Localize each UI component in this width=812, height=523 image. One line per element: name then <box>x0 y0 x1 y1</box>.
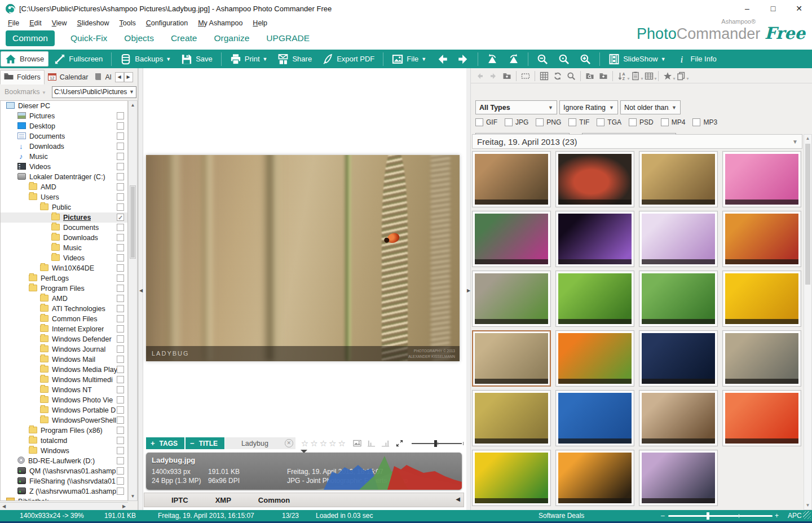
menu-item-view[interactable]: View <box>51 17 68 29</box>
right-splitter[interactable]: ▶ <box>466 68 471 510</box>
zoom-in-button[interactable] <box>575 51 595 67</box>
tree-item-ati-technologies[interactable]: ATI Technologies <box>1 304 127 314</box>
tree-item-users[interactable]: Users <box>1 192 127 202</box>
fullscreen-button[interactable]: Fullscreen <box>50 51 107 67</box>
thumbnail-yellow-birds[interactable] <box>472 390 551 446</box>
tree-checkbox[interactable] <box>117 173 124 180</box>
tree-checkbox[interactable] <box>117 203 124 211</box>
arrow-right-button[interactable] <box>453 51 474 67</box>
thumbnail-phlox-flowers[interactable] <box>722 151 801 207</box>
filetype-checkbox-png[interactable]: PNG <box>536 118 561 126</box>
rotate-right-button[interactable] <box>504 51 524 67</box>
pages-icon[interactable]: ▼ <box>675 70 687 82</box>
scroll-down-icon[interactable]: ▼ <box>129 492 137 500</box>
thumbnail-grass-ladybug[interactable] <box>472 330 551 387</box>
thumbnail-toggle-icon[interactable] <box>353 439 361 447</box>
tree-item-pictures[interactable]: Pictures <box>1 111 127 121</box>
tree-item-documents[interactable]: Documents <box>1 223 127 233</box>
tree-item-windowspowershell[interactable]: WindowsPowerShell <box>1 415 127 426</box>
file-type-dropdown[interactable]: All Types▼ <box>475 100 557 114</box>
scroll-left-icon[interactable]: ◀ <box>0 503 8 510</box>
tree-item-z-ashsrvwuma01-ashamp[interactable]: Z (\\ashsrvwuma01.ashamp <box>1 486 127 497</box>
tree-checkbox[interactable] <box>117 244 124 251</box>
tree-item-windows-nt[interactable]: Windows NT <box>1 385 127 395</box>
close-button[interactable]: ✕ <box>786 0 812 17</box>
tree-item-windows-media-play[interactable]: Windows Media Play <box>1 365 127 375</box>
print-button[interactable]: Print▼ <box>226 51 272 67</box>
resize-grip[interactable] <box>803 511 811 519</box>
thumbnail-sunset-grass[interactable] <box>555 450 634 506</box>
tree-item-windows-journal[interactable]: Windows Journal <box>1 344 127 354</box>
filetype-checkbox-jpg[interactable]: JPG <box>505 118 528 126</box>
menu-item-slideshow[interactable]: Slideshow <box>76 17 111 29</box>
thumbnail-hoverfly[interactable] <box>639 271 718 327</box>
tree-item-amd[interactable]: AMD <box>1 294 127 304</box>
filetype-checkbox-mp3[interactable]: MP3 <box>692 118 717 126</box>
tree-checkbox[interactable] <box>117 335 124 343</box>
tab-common[interactable]: Common <box>258 496 290 504</box>
thumbnail-orange-lily[interactable] <box>555 330 634 387</box>
tree-checkbox[interactable] <box>117 163 124 170</box>
collapse-metabar-icon[interactable]: ◀ <box>456 496 460 502</box>
tree-item-windows-defender[interactable]: Windows Defender <box>1 334 127 344</box>
tree-item-program-files-x86[interactable]: Program Files (x86) <box>1 426 127 436</box>
tree-checkbox[interactable]: ✓ <box>117 214 124 221</box>
tree-item-qm-ashsrvnas01-ashamp[interactable]: QM (\\ashsrvnas01.ashamp <box>1 466 127 476</box>
photo-preview[interactable]: LADYBUG PHOTOGRAPHY © 2013ALEXANDER KISS… <box>146 155 460 361</box>
tree-checkbox[interactable] <box>117 254 124 262</box>
tree-item-videos[interactable]: Videos <box>1 253 127 263</box>
tree-item-pictures[interactable]: Pictures✓ <box>1 212 127 223</box>
refresh-icon[interactable] <box>551 70 564 82</box>
tree-checkbox[interactable] <box>117 112 124 119</box>
tree-item-windows[interactable]: Windows <box>1 446 127 456</box>
tree-checkbox[interactable] <box>117 437 124 444</box>
tree-checkbox[interactable] <box>117 153 124 160</box>
thumbnail-lizard[interactable] <box>472 151 551 207</box>
tree-item-lokaler-datentr-ger-c[interactable]: Lokaler Datenträger (C:) <box>1 172 127 182</box>
ribbon-tab-upgrade[interactable]: UPGRADE <box>265 30 311 46</box>
thumbnail-sparrow[interactable] <box>639 151 718 207</box>
folder-add-icon[interactable] <box>597 70 610 82</box>
thumbnail-orange-rose[interactable] <box>722 390 801 446</box>
tree-checkbox[interactable] <box>117 305 124 312</box>
filetype-checkbox-tga[interactable]: TGA <box>597 118 621 126</box>
menu-item-tools[interactable]: Tools <box>118 17 137 29</box>
thumbnail-flying-dove[interactable] <box>555 390 634 446</box>
browse-button[interactable]: Browse <box>1 51 48 67</box>
tab-scroll-right-icon[interactable]: ▶ <box>124 72 133 82</box>
ribbon-tab-create[interactable]: Create <box>170 30 198 46</box>
menu-item-my-ashampoo[interactable]: My Ashampoo <box>197 17 244 29</box>
path-combobox[interactable]: C:\Users\Public\Pictures▼ <box>52 86 136 98</box>
tree-item-amd[interactable]: AMD <box>1 182 127 192</box>
rating-filter-dropdown[interactable]: Ignore Rating▼ <box>559 100 618 114</box>
tab-xmp[interactable]: XMP <box>215 496 231 504</box>
thumbnail-green-fly[interactable] <box>555 271 634 327</box>
slider-knob[interactable] <box>707 512 709 520</box>
tree-item-bibliothek[interactable]: Bibliothek <box>1 497 127 501</box>
scrollbar-thumb[interactable] <box>130 185 136 259</box>
tree-item-filesharing-ashsrvdata01[interactable]: FileSharing (\\ashsrvdata01 <box>1 476 127 486</box>
tree-item-videos[interactable]: Videos <box>1 162 127 172</box>
thumbnail-sunflower[interactable] <box>472 450 551 506</box>
save-button[interactable]: Save <box>176 51 217 67</box>
tree-checkbox[interactable] <box>117 274 124 282</box>
zoom-out-button[interactable] <box>532 51 553 67</box>
tree-checkbox[interactable] <box>117 325 124 333</box>
thumbnail-tree-mushrooms[interactable] <box>722 330 801 387</box>
tree-item-desktop[interactable]: Desktop <box>1 121 127 131</box>
bookmarks-dropdown[interactable]: Bookmarks ▼ <box>5 88 46 96</box>
tree-checkbox[interactable] <box>117 376 124 383</box>
tree-item-downloads[interactable]: Downloads <box>1 233 127 243</box>
date-group-header[interactable]: Freitag, 19. April 2013 (23) ▼ <box>472 134 802 149</box>
sort-az-icon[interactable]: AZ▼ <box>616 70 628 82</box>
slideshow-button[interactable]: SlideShow▼ <box>604 51 670 67</box>
tree-checkbox[interactable] <box>117 345 124 353</box>
menu-item-configuration[interactable]: Configuration <box>145 17 189 29</box>
thumbnail-wind-turbines[interactable] <box>639 450 718 506</box>
folder-search-icon[interactable] <box>584 70 596 82</box>
sidebar-tab-calendar[interactable]: 12Calendar <box>45 70 92 85</box>
zoom-plus-icon[interactable]: + <box>775 512 779 520</box>
tree-item-music[interactable]: Music <box>1 243 127 253</box>
add-tags-button[interactable]: +TAGS <box>146 437 184 449</box>
star-rating-icon[interactable]: ▼ <box>661 70 674 82</box>
